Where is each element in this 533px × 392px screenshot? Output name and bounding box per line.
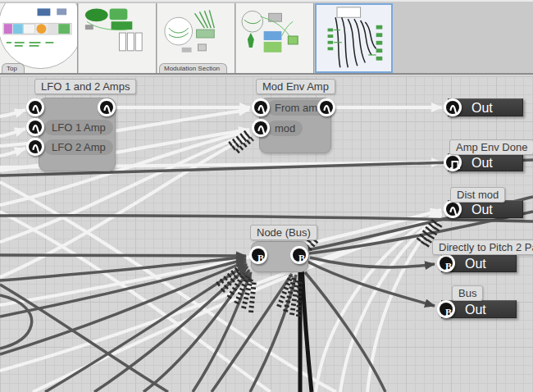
port-label-lfo2-amp[interactable]: LFO 2 Amp (44, 139, 113, 155)
thumbnail-top-section[interactable]: Top (0, 3, 78, 73)
svg-text:B: B (257, 253, 264, 264)
sine-icon (446, 203, 459, 216)
port-label-mod[interactable]: mod (267, 121, 303, 136)
port-out-dist-mod[interactable] (444, 200, 462, 218)
port-lfo-in2[interactable] (26, 118, 44, 136)
port-bus-in[interactable]: B (249, 246, 267, 264)
svg-text:B: B (445, 261, 452, 272)
svg-text:B: B (298, 253, 305, 264)
patch-editor-window: LFO 1 and 2 Amps LFO 1 Amp LFO 2 Amp Mod… (0, 0, 533, 392)
pulse-icon (446, 156, 459, 169)
section-tab-top[interactable]: Top (2, 63, 25, 73)
port-out-top[interactable] (444, 98, 462, 116)
bus-icon: B (252, 248, 265, 262)
port-out-pitch2pan-bus[interactable]: B (437, 254, 455, 272)
port-lfo-in3[interactable] (26, 138, 44, 156)
svg-text:B: B (445, 307, 452, 318)
mini-diagram-2 (79, 3, 156, 73)
thumbnail-section-2[interactable] (79, 3, 157, 73)
sine-icon (29, 140, 42, 153)
sine-icon (446, 101, 459, 114)
sine-icon (100, 101, 113, 114)
sine-icon (29, 121, 42, 134)
module-title-node-bus[interactable]: Node (Bus) (250, 225, 317, 240)
port-mod-env-out[interactable] (317, 98, 335, 116)
port-lfo-in1[interactable] (26, 98, 44, 116)
sine-icon (320, 101, 333, 114)
mini-diagram-4 (236, 3, 313, 73)
out-label-amp-env-done[interactable]: Amp Env Done (449, 139, 533, 155)
bus-icon: B (440, 303, 453, 316)
port-bus-out[interactable]: B (290, 246, 308, 264)
thumbnail-section-5-selected[interactable] (315, 3, 393, 73)
port-lfo-out[interactable] (98, 98, 116, 116)
sine-icon (254, 121, 267, 134)
port-out-bus[interactable]: B (437, 300, 455, 318)
navigator-strip: Top (0, 0, 533, 75)
thumbnail-section-4[interactable] (236, 3, 314, 73)
sine-icon (29, 101, 42, 114)
bus-icon: B (293, 248, 306, 262)
module-title-lfo-amps[interactable]: LFO 1 and 2 Amps (34, 79, 136, 94)
port-out-amp-env-done[interactable] (444, 153, 462, 171)
out-label-pitch2pan-bus[interactable]: Directly to Pitch 2 Pan bu (432, 239, 533, 255)
bus-icon: B (440, 257, 453, 270)
thumbnail-modulation-section[interactable]: Modulation Section (157, 3, 235, 73)
module-title-mod-env-amp[interactable]: Mod Env Amp (256, 79, 335, 94)
mini-diagram-5 (317, 5, 391, 71)
port-label-lfo1-amp[interactable]: LFO 1 Amp (44, 120, 113, 135)
out-label-bus[interactable]: Bus (452, 285, 483, 301)
out-label-dist-mod[interactable]: Dist mod (450, 187, 505, 203)
port-from-am[interactable] (252, 98, 270, 116)
section-tab-modulation[interactable]: Modulation Section (159, 63, 227, 73)
sine-icon (254, 101, 267, 114)
port-mod[interactable] (252, 119, 270, 137)
